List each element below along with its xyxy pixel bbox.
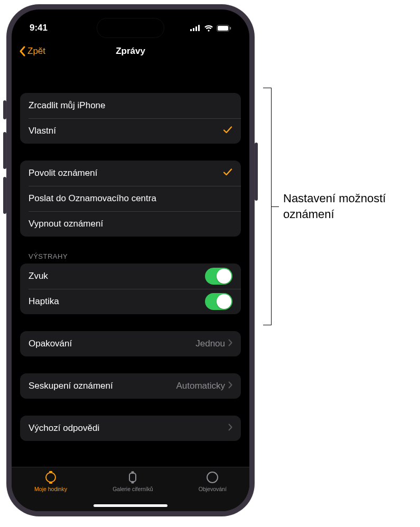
watch-icon (44, 470, 58, 484)
tab-label: Moje hodinky (34, 486, 67, 492)
row-turn-off-notifications[interactable]: Vypnout oznámení (20, 211, 241, 237)
svg-rect-10 (129, 473, 136, 482)
row-value: Automaticky (176, 381, 225, 391)
tab-face-gallery[interactable]: Galerie ciferníků (113, 470, 153, 492)
toggle-haptics[interactable] (205, 293, 232, 310)
row-label: Povolit oznámení (29, 168, 97, 178)
tab-my-watch[interactable]: Moje hodinky (34, 470, 67, 492)
chevron-left-icon (19, 46, 25, 57)
page-title: Zprávy (12, 46, 249, 57)
svg-rect-2 (195, 26, 197, 31)
callout-bracket (263, 88, 272, 325)
svg-point-13 (207, 472, 218, 483)
mirror-group: Zrcadlit můj iPhone Vlastní (20, 93, 241, 144)
dynamic-island (97, 18, 164, 38)
tab-label: Objevování (199, 486, 227, 492)
content-scroll[interactable]: Zrcadlit můj iPhone Vlastní Povolit ozná… (12, 63, 249, 467)
back-button[interactable]: Zpět (19, 46, 45, 57)
svg-rect-8 (49, 471, 52, 473)
section-header-alerts: VÝSTRAHY (29, 252, 241, 260)
phone-side-button (255, 143, 258, 201)
tab-label: Galerie ciferníků (113, 486, 153, 492)
nav-header: Zpět Zprávy (12, 39, 249, 63)
home-indicator[interactable] (94, 504, 167, 507)
chevron-right-icon (228, 423, 232, 434)
svg-rect-9 (49, 482, 52, 484)
alerts-group: Zvuk Haptika (20, 264, 241, 314)
checkmark-icon (223, 126, 232, 137)
callout-text: Nastavení možností oznámení (283, 191, 411, 222)
back-label: Zpět (27, 46, 45, 57)
grouping-group: Seskupení oznámení Automaticky (20, 373, 241, 399)
watch-face-icon (126, 470, 139, 484)
callout: Nastavení možností oznámení (263, 88, 411, 325)
notifications-group: Povolit oznámení Poslat do Oznamovacího … (20, 161, 241, 237)
svg-point-7 (46, 473, 55, 482)
screen: 9:41 Zpět Zprávy (12, 10, 249, 511)
callout-stem (272, 206, 279, 207)
svg-rect-3 (198, 25, 200, 31)
tab-discover[interactable]: Objevování (199, 470, 227, 492)
wifi-icon (204, 25, 213, 32)
row-allow-notifications[interactable]: Povolit oznámení (20, 161, 241, 186)
svg-rect-11 (132, 472, 134, 473)
row-label: Zvuk (29, 271, 48, 281)
row-label: Vlastní (29, 126, 56, 136)
phone-frame: 9:41 Zpět Zprávy (6, 4, 255, 516)
svg-rect-12 (132, 482, 134, 484)
row-sound: Zvuk (20, 264, 241, 289)
row-grouping[interactable]: Seskupení oznámení Automaticky (20, 373, 241, 399)
svg-rect-0 (190, 29, 192, 31)
status-time: 9:41 (30, 23, 48, 33)
checkmark-icon (223, 168, 232, 179)
svg-rect-1 (193, 28, 194, 31)
row-repeat[interactable]: Opakování Jednou (20, 331, 241, 356)
svg-rect-6 (230, 27, 231, 30)
row-default-replies[interactable]: Výchozí odpovědi (20, 416, 241, 441)
row-label: Opakování (29, 338, 72, 349)
cellular-icon (190, 25, 201, 31)
row-haptics: Haptika (20, 289, 241, 314)
row-label: Seskupení oznámení (29, 381, 113, 391)
row-custom[interactable]: Vlastní (20, 118, 241, 144)
toggle-sound[interactable] (205, 268, 232, 285)
row-value: Jednou (195, 338, 225, 349)
repeat-group: Opakování Jednou (20, 331, 241, 356)
row-label: Poslat do Oznamovacího centra (29, 193, 156, 204)
default-replies-group: Výchozí odpovědi (20, 416, 241, 441)
row-label: Vypnout oznámení (29, 219, 103, 229)
row-label: Výchozí odpovědi (29, 423, 99, 434)
compass-icon (206, 470, 219, 484)
chevron-right-icon (228, 381, 232, 391)
row-label: Haptika (29, 296, 59, 307)
row-mirror-iphone[interactable]: Zrcadlit můj iPhone (20, 93, 241, 118)
row-send-notification-center[interactable]: Poslat do Oznamovacího centra (20, 186, 241, 211)
chevron-right-icon (228, 338, 232, 349)
battery-icon (217, 25, 231, 32)
svg-rect-5 (218, 26, 228, 31)
row-label: Zrcadlit můj iPhone (29, 100, 106, 111)
